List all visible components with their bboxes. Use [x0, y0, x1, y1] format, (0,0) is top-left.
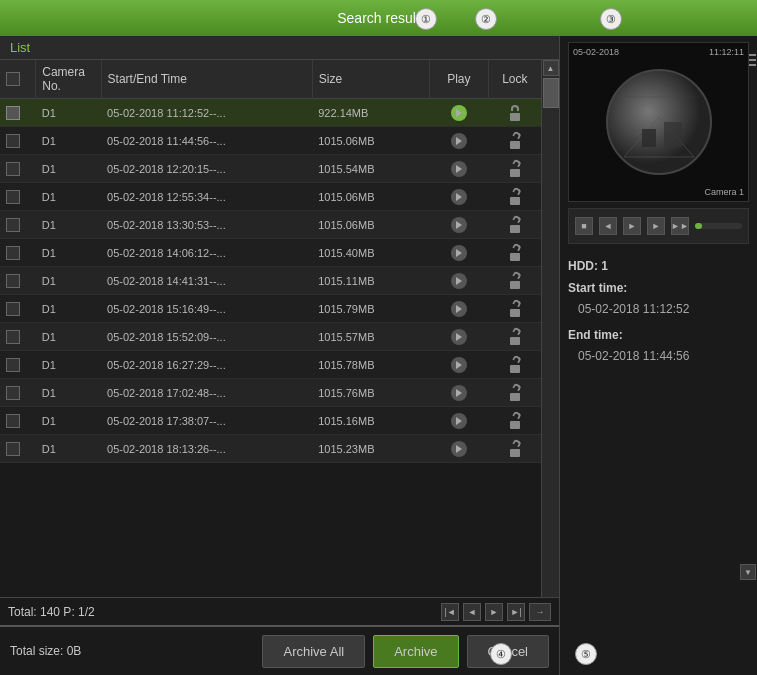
lock-icon[interactable] [508, 385, 522, 401]
play-icon[interactable] [451, 161, 467, 177]
table-row[interactable]: D105-02-2018 17:38:07--...1015.16MB [0, 407, 541, 435]
lock-icon[interactable] [508, 441, 522, 457]
play-cell[interactable] [430, 323, 489, 351]
next-frame-btn[interactable]: ► [647, 217, 665, 235]
row-checkbox[interactable] [6, 442, 20, 456]
scrollbar[interactable]: ▲ ▼ [541, 60, 559, 597]
lock-cell[interactable] [488, 239, 541, 267]
play-icon[interactable] [451, 329, 467, 345]
row-checkbox[interactable] [6, 330, 20, 344]
play-icon[interactable] [451, 133, 467, 149]
play-cell[interactable] [430, 99, 489, 127]
row-checkbox[interactable] [6, 162, 20, 176]
lock-cell[interactable] [488, 379, 541, 407]
start-time-label: Start time: [568, 281, 627, 295]
row-checkbox[interactable] [6, 302, 20, 316]
lock-cell[interactable] [488, 155, 541, 183]
row-checkbox[interactable] [6, 274, 20, 288]
lock-cell[interactable] [488, 351, 541, 379]
next-page-btn[interactable]: ► [485, 603, 503, 621]
lock-cell[interactable] [488, 99, 541, 127]
table-row[interactable]: D105-02-2018 13:30:53--...1015.06MB [0, 211, 541, 239]
play-icon[interactable] [451, 301, 467, 317]
lock-cell[interactable] [488, 267, 541, 295]
play-icon[interactable] [451, 273, 467, 289]
lock-icon[interactable] [508, 189, 522, 205]
lock-cell[interactable] [488, 435, 541, 463]
table-row[interactable]: D105-02-2018 16:27:29--...1015.78MB [0, 351, 541, 379]
lock-icon[interactable] [508, 217, 522, 233]
lock-icon[interactable] [508, 245, 522, 261]
play-icon[interactable] [451, 105, 467, 121]
row-checkbox[interactable] [6, 134, 20, 148]
table-row[interactable]: D105-02-2018 11:12:52--...922.14MB [0, 99, 541, 127]
lock-icon[interactable] [508, 133, 522, 149]
play-cell[interactable] [430, 379, 489, 407]
time-cell: 05-02-2018 11:44:56--... [101, 127, 312, 155]
table-row[interactable]: D105-02-2018 15:52:09--...1015.57MB [0, 323, 541, 351]
prev-page-btn[interactable]: ◄ [463, 603, 481, 621]
lock-icon[interactable] [508, 357, 522, 373]
row-checkbox[interactable] [6, 414, 20, 428]
prev-frame-btn[interactable]: ◄ [599, 217, 617, 235]
play-icon[interactable] [451, 441, 467, 457]
play-btn[interactable]: ► [623, 217, 641, 235]
lock-cell[interactable] [488, 183, 541, 211]
play-cell[interactable] [430, 435, 489, 463]
archive-all-button[interactable]: Archive All [262, 635, 365, 668]
table-row[interactable]: D105-02-2018 14:06:12--...1015.40MB [0, 239, 541, 267]
go-page-btn[interactable]: → [529, 603, 551, 621]
play-cell[interactable] [430, 155, 489, 183]
size-cell: 922.14MB [312, 99, 429, 127]
progress-bar[interactable] [695, 223, 742, 229]
table-row[interactable]: D105-02-2018 17:02:48--...1015.76MB [0, 379, 541, 407]
last-page-btn[interactable]: ►| [507, 603, 525, 621]
row-checkbox[interactable] [6, 386, 20, 400]
play-cell[interactable] [430, 407, 489, 435]
play-cell[interactable] [430, 295, 489, 323]
row-checkbox[interactable] [6, 358, 20, 372]
scroll-thumb[interactable] [543, 78, 559, 108]
play-icon[interactable] [451, 245, 467, 261]
play-icon[interactable] [451, 385, 467, 401]
lock-cell[interactable] [488, 127, 541, 155]
fast-forward-btn[interactable]: ►► [671, 217, 689, 235]
table-row[interactable]: D105-02-2018 12:55:34--...1015.06MB [0, 183, 541, 211]
play-cell[interactable] [430, 127, 489, 155]
table-row[interactable]: D105-02-2018 15:16:49--...1015.79MB [0, 295, 541, 323]
lock-icon[interactable] [508, 161, 522, 177]
stop-btn[interactable]: ■ [575, 217, 593, 235]
lock-icon[interactable] [508, 301, 522, 317]
table-row[interactable]: D105-02-2018 12:20:15--...1015.54MB [0, 155, 541, 183]
lock-cell[interactable] [488, 323, 541, 351]
play-icon[interactable] [451, 357, 467, 373]
play-cell[interactable] [430, 211, 489, 239]
play-cell[interactable] [430, 351, 489, 379]
lock-cell[interactable] [488, 407, 541, 435]
row-checkbox[interactable] [6, 246, 20, 260]
scroll-up-btn[interactable]: ▲ [543, 60, 559, 76]
play-icon[interactable] [451, 189, 467, 205]
lock-icon[interactable] [508, 329, 522, 345]
play-icon[interactable] [451, 217, 467, 233]
archive-button[interactable]: Archive [373, 635, 458, 668]
first-page-btn[interactable]: |◄ [441, 603, 459, 621]
row-checkbox[interactable] [6, 218, 20, 232]
header-checkbox[interactable] [6, 72, 20, 86]
table-row[interactable]: D105-02-2018 14:41:31--...1015.11MB [0, 267, 541, 295]
lock-icon[interactable] [508, 413, 522, 429]
play-cell[interactable] [430, 239, 489, 267]
play-cell[interactable] [430, 183, 489, 211]
table-row[interactable]: D105-02-2018 18:13:26--...1015.23MB [0, 435, 541, 463]
row-checkbox[interactable] [6, 106, 20, 120]
lock-cell[interactable] [488, 211, 541, 239]
play-cell[interactable] [430, 267, 489, 295]
table-row[interactable]: D105-02-2018 11:44:56--...1015.06MB [0, 127, 541, 155]
pagination[interactable]: |◄ ◄ ► ►| → [441, 603, 551, 621]
row-checkbox[interactable] [6, 190, 20, 204]
lock-icon[interactable] [508, 105, 522, 121]
camera-cell: D1 [36, 379, 101, 407]
lock-icon[interactable] [508, 273, 522, 289]
lock-cell[interactable] [488, 295, 541, 323]
play-icon[interactable] [451, 413, 467, 429]
